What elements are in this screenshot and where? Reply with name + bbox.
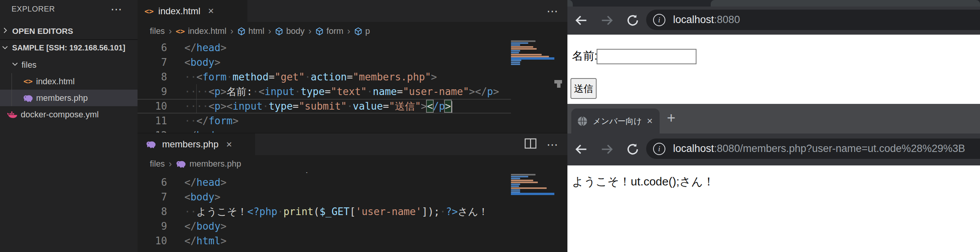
chevron-down-icon: [10, 57, 20, 73]
url-rest: :8080: [714, 14, 740, 25]
browser-tab-fragment[interactable]: [567, 0, 573, 7]
tab-close-icon[interactable]: ×: [647, 115, 653, 127]
url-text[interactable]: localhost:8080: [673, 14, 740, 26]
minimap[interactable]: [511, 174, 554, 252]
explorer-file-docker-compose-yml[interactable]: docker-compose.yml: [0, 106, 144, 123]
tab-members-php[interactable]: members.php ×: [138, 134, 255, 155]
explorer-header: EXPLORER ⋯: [0, 0, 138, 18]
url-text[interactable]: localhost:8080/members.php?user-name=ut.…: [673, 143, 965, 155]
editor-area: <> index.html × ⋯ files›<>index.html›htm…: [138, 0, 567, 252]
breadcrumb-separator: ›: [169, 26, 172, 37]
workspace-section[interactable]: SAMPLE [SSH: 192.168.56.101]: [0, 40, 138, 56]
browser-toolbar: i localhost:8080/members.php?user-name=u…: [567, 134, 980, 165]
name-label: 名前:: [572, 48, 597, 64]
editor-more-icon[interactable]: ⋯: [547, 138, 558, 151]
minimap-current-line: [511, 193, 554, 195]
file-tree: files<>index.htmlmembers.phpdocker-compo…: [0, 57, 138, 123]
code-line-11: 11··</form>: [138, 113, 511, 128]
code-line-8: 8··ようこそ！<?php·print($_GET['user-name']);…: [138, 204, 511, 219]
code-line-10: 10····<p><input·type="submit"·value="送信"…: [138, 99, 511, 113]
chevron-down-icon: [0, 40, 10, 56]
breadcrumb-item-form[interactable]: form: [315, 26, 343, 36]
code-line-7: 7<body>: [138, 55, 511, 70]
split-editor-icon[interactable]: [524, 138, 537, 150]
breadcrumb-separator: ›: [347, 26, 350, 37]
tree-indent-guide: [12, 73, 12, 106]
reload-button[interactable]: [624, 141, 641, 158]
code-line-10: 10</html>: [138, 234, 511, 248]
url-rest: :8080/members.php?user-name=ut.code%28%2…: [714, 143, 965, 154]
breadcrumb: files›<>index.html›html›body›form›p: [138, 22, 567, 40]
php-file-icon: [22, 93, 35, 103]
indent-guide: [196, 84, 197, 113]
docker-file-icon: [6, 110, 19, 119]
close-icon[interactable]: ×: [208, 5, 214, 17]
open-editors-section[interactable]: OPEN EDITORS: [0, 23, 138, 39]
globe-icon: [577, 115, 588, 127]
open-editors-label: OPEN EDITORS: [12, 27, 73, 35]
browser-active-tab-fragment[interactable]: [711, 0, 980, 7]
browser-tabstrip: [567, 0, 980, 7]
submit-button[interactable]: 送信: [570, 78, 597, 99]
html-file-icon: <>: [22, 73, 35, 90]
code-line-6: 6</head>: [138, 175, 511, 190]
cube-icon: [354, 27, 362, 35]
cube-icon: [315, 27, 323, 35]
address-bar[interactable]: i localhost:8080/members.php?user-name=u…: [646, 139, 980, 159]
editor-group-1-tabbar: <> index.html × ⋯: [138, 0, 567, 22]
code-editor-members-php[interactable]: 5····<title>メンバー向け</title>6</head>7<body…: [138, 172, 511, 252]
back-button[interactable]: [573, 141, 590, 158]
scrollbar-marker-stem[interactable]: [557, 83, 560, 88]
html-icon: <>: [176, 27, 185, 36]
close-icon[interactable]: ×: [226, 139, 232, 150]
address-bar[interactable]: i localhost:8080: [646, 10, 980, 30]
explorer-file-files[interactable]: files: [0, 57, 148, 73]
explorer-file-index-html[interactable]: <>index.html: [0, 73, 159, 90]
site-info-icon[interactable]: i: [653, 143, 665, 155]
cube-icon: [237, 27, 245, 35]
browser-tabbar: メンバー向け × +: [567, 104, 980, 134]
url-host: localhost: [673, 14, 714, 25]
breadcrumb-item-p[interactable]: p: [354, 26, 370, 36]
file-label: files: [22, 57, 36, 73]
workspace-label: SAMPLE [SSH: 192.168.56.101]: [12, 43, 126, 52]
file-label: docker-compose.yml: [21, 106, 99, 123]
cube-icon: [275, 27, 283, 35]
site-info-icon[interactable]: i: [653, 14, 665, 26]
name-input[interactable]: [597, 49, 696, 64]
welcome-text: ようこそ！ut.code();さん！: [572, 174, 715, 190]
reload-button[interactable]: [624, 12, 641, 29]
code-line-8: 8··<form·method="get"·action="members.ph…: [138, 70, 511, 84]
breadcrumb-item-body[interactable]: body: [275, 26, 305, 36]
code-line-7: 7<body>: [138, 190, 511, 204]
editor-more-icon[interactable]: ⋯: [547, 4, 558, 18]
breadcrumb-separator: ›: [230, 26, 234, 37]
screen: EXPLORER ⋯ OPEN EDITORS SAMPLE [SSH: 192…: [0, 0, 980, 252]
breadcrumb-item-files[interactable]: files: [150, 26, 165, 36]
code-editor-index-html[interactable]: 6</head>7<body>8··<form·method="get"·act…: [138, 40, 511, 133]
editor-group-2-tabbar: members.php × ⋯: [138, 133, 567, 155]
scrollbar-marker[interactable]: [554, 80, 562, 83]
tab-index-html[interactable]: <> index.html ×: [138, 0, 247, 22]
code-line-9: 9</body>: [138, 219, 511, 234]
breadcrumb-item-files[interactable]: files: [150, 159, 165, 169]
breadcrumb: files›members.php: [138, 155, 567, 172]
forward-button[interactable]: [599, 141, 615, 158]
explorer-title: EXPLORER: [12, 5, 55, 13]
breadcrumb-separator: ›: [308, 26, 312, 37]
forward-button[interactable]: [599, 12, 615, 29]
new-tab-button[interactable]: +: [663, 109, 680, 126]
explorer-more-icon[interactable]: ⋯: [111, 2, 122, 16]
back-button[interactable]: [573, 12, 590, 29]
minimap-current-line: [511, 57, 554, 60]
browser-page-form: 名前: 送信: [567, 35, 980, 104]
minimap[interactable]: [511, 40, 554, 133]
browser-toolbar: i localhost:8080: [567, 7, 980, 35]
breadcrumb-item-html[interactable]: html: [237, 26, 265, 36]
explorer-sidebar: EXPLORER ⋯ OPEN EDITORS SAMPLE [SSH: 192…: [0, 0, 138, 252]
explorer-file-members-php[interactable]: members.php: [0, 90, 159, 106]
php-icon: [176, 159, 186, 169]
breadcrumb-item-members-php[interactable]: members.php: [176, 159, 241, 169]
browser-tab-members[interactable]: メンバー向け ×: [571, 108, 660, 134]
breadcrumb-item-index-html[interactable]: <>index.html: [176, 26, 226, 36]
